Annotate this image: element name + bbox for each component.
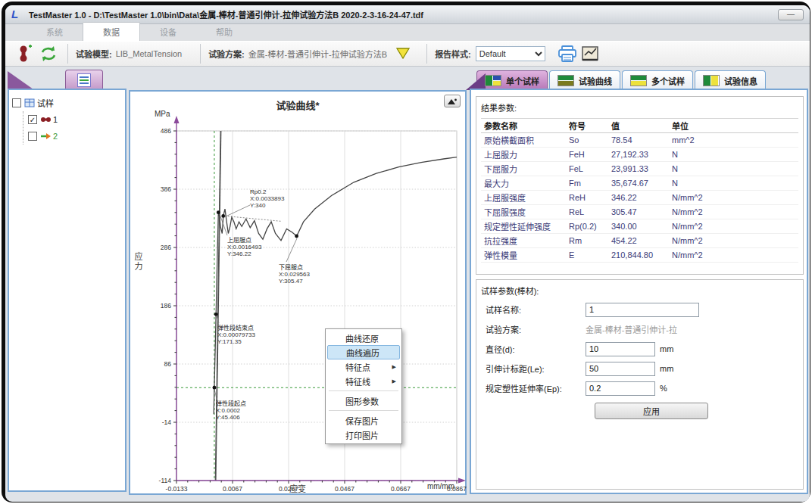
table-cell: ReL: [566, 207, 608, 216]
specimen-green-icon: [40, 132, 51, 141]
toolbar-separator: [200, 44, 201, 64]
tab-多个试样[interactable]: 多个试样: [622, 70, 693, 90]
model-label: 试验模型:: [76, 48, 112, 60]
specimen-form: 试样参数(棒材): 试样名称: 试验方案: 金属-棒材-普通引伸计-拉 直径(d…: [476, 279, 804, 490]
table-header-cell: 参数名称: [481, 120, 566, 132]
results-table: 参数名称符号值单位原始横截面积So78.54mm^2上屈服力FeH27,192.…: [481, 118, 798, 263]
tab-label: 单个试样: [506, 75, 539, 87]
context-menu-item-打印图片[interactable]: 打印图片: [327, 428, 400, 442]
table-cell: 78.54: [608, 135, 669, 145]
checkbox[interactable]: [28, 132, 37, 141]
specimen-name-label: 试样名称:: [486, 303, 586, 316]
tree-item-2[interactable]: 2: [28, 128, 122, 145]
table-cell: 210,844.80: [608, 250, 669, 260]
context-menu-item-特征线[interactable]: 特征线▶: [327, 374, 400, 388]
menu-separator: [329, 410, 398, 411]
specimen-tree-panel: 试样✓12: [8, 89, 126, 492]
context-menu-item-图形参数[interactable]: 图形参数: [327, 394, 400, 408]
context-menu-item-特征点[interactable]: 特征点▶: [327, 359, 400, 374]
table-row: 规定塑性延伸强度Rp(0.2)340.00N/mm^2: [481, 219, 798, 234]
specimen-tree-tab[interactable]: [65, 70, 103, 89]
table-cell: FeL: [566, 164, 608, 173]
tab-单个试样[interactable]: 单个试样: [476, 70, 548, 90]
submenu-arrow-icon: ▶: [392, 364, 396, 370]
table-cell: Rm: [566, 236, 608, 245]
tab-label: 试验信息: [724, 75, 757, 87]
table-cell: 35,674.67: [608, 179, 669, 188]
context-menu: 曲线还原曲线遍历特征点▶特征线▶图形参数保存图片打印图片: [325, 328, 402, 444]
report-view-button[interactable]: [579, 43, 601, 64]
printer-icon: [557, 45, 577, 63]
feature-point: [213, 386, 217, 390]
context-menu-item-曲线还原[interactable]: 曲线还原: [327, 331, 400, 345]
menu-item-系统[interactable]: 系统: [27, 23, 83, 41]
window-title: TestMaster 1.0 - D:\TestMaster 1.0\bin\D…: [29, 8, 423, 20]
apply-button[interactable]: 应用: [595, 403, 708, 419]
y-tick-label: 86: [164, 360, 172, 368]
table-row: 上屈服强度ReH346.22N/mm^2: [481, 191, 798, 205]
menubar: 系统数据设备帮助: [5, 24, 810, 41]
tab-label: 试验曲线: [579, 75, 612, 87]
right-tab-bar: 单个试样试验曲线多个试样试验信息: [476, 69, 767, 90]
toolbar-separator: [67, 44, 68, 64]
table-cell: N/mm^2: [669, 250, 729, 260]
new-specimen-button[interactable]: [14, 43, 37, 64]
report-style-select[interactable]: Default: [476, 46, 545, 61]
app-window: L TestMaster 1.0 - D:\TestMaster 1.0\bin…: [5, 5, 810, 502]
diameter-label: 直径(d):: [486, 343, 586, 355]
results-title: 结果参数:: [476, 97, 803, 117]
menu-item-设备[interactable]: 设备: [140, 23, 196, 41]
ep-unit: %: [660, 384, 667, 393]
minimize-button[interactable]: —: [778, 9, 804, 20]
table-cell: N/mm^2: [669, 193, 729, 202]
corner-decoration: [8, 71, 33, 89]
table-cell: 弹性模量: [481, 249, 566, 261]
table-cell: E: [566, 250, 608, 260]
gauge-length-input[interactable]: [586, 362, 655, 376]
y-tick-label: -14: [162, 418, 172, 426]
form-scheme-value: 金属-棒材-普通引伸计-拉: [586, 323, 699, 335]
table-cell: 346.22: [608, 193, 669, 202]
tree-item-label: 试样: [37, 97, 54, 109]
scheme-label: 试验方案:: [208, 48, 245, 60]
chart-annotation: 弹性段起点X:0.0002Y:45.406: [216, 400, 246, 421]
plastic-extension-input[interactable]: [586, 381, 655, 396]
stress-strain-chart[interactable]: 48638628618686-14-114-0.01330.00670.0267…: [130, 92, 467, 493]
report-style-label: 报告样式:: [435, 48, 471, 60]
app-logo-icon: L: [11, 9, 23, 20]
tree-item-1[interactable]: ✓1: [28, 111, 122, 128]
table-row: 弹性模量E210,844.80N/mm^2: [481, 248, 798, 263]
window-frame: L TestMaster 1.0 - D:\TestMaster 1.0\bin…: [2, 2, 810, 502]
tree-item-label: 1: [53, 115, 58, 124]
menu-item-帮助[interactable]: 帮助: [196, 23, 252, 41]
tab-试验信息[interactable]: 试验信息: [695, 70, 766, 90]
triangle-down-icon: [396, 48, 410, 60]
table-row: 上屈服力FeH27,192.33N: [481, 148, 798, 162]
context-menu-item-保存图片[interactable]: 保存图片: [327, 413, 400, 428]
tab-试验曲线[interactable]: 试验曲线: [549, 70, 620, 90]
tab-icon: [630, 75, 647, 86]
specimen-red-icon: [40, 115, 51, 124]
table-cell: 上屈服强度: [481, 191, 566, 204]
feature-point: [214, 313, 218, 316]
table-cell: N: [669, 179, 729, 188]
context-menu-item-曲线遍历[interactable]: 曲线遍历: [327, 345, 400, 359]
corner-decoration: [466, 73, 486, 90]
print-button[interactable]: [556, 43, 579, 64]
checkbox[interactable]: ✓: [28, 115, 37, 124]
x-unit-label: mm/mm: [427, 482, 454, 490]
plastic-extension-label: 规定塑性延伸率(Ep):: [486, 382, 586, 394]
tab-icon: [703, 75, 720, 86]
checkbox[interactable]: [12, 98, 21, 107]
y-tick-label: 186: [161, 302, 171, 310]
scheme-warning-button[interactable]: [392, 43, 414, 64]
refresh-button[interactable]: [37, 43, 60, 64]
specimen-name-input[interactable]: [586, 303, 699, 317]
chart-annotation: Rp0.2X:0.0033893Y:340: [250, 188, 284, 209]
chart-annotation: 上屈服点X:0.0016493Y:346.22: [227, 237, 261, 257]
menu-item-数据[interactable]: 数据: [83, 22, 140, 41]
diameter-input[interactable]: [586, 342, 655, 356]
tree-item-试样[interactable]: 试样: [12, 95, 122, 111]
diameter-unit: mm: [660, 344, 673, 353]
table-header-cell: 值: [608, 120, 669, 132]
